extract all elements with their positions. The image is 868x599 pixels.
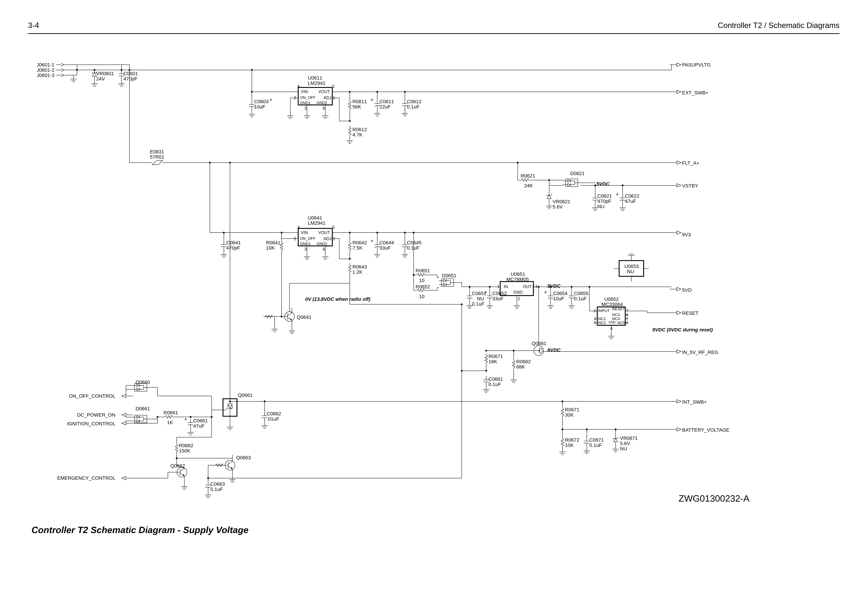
svg-point-137 bbox=[622, 185, 623, 186]
svg-rect-177 bbox=[619, 260, 644, 276]
svg-point-80 bbox=[349, 120, 351, 122]
svg-point-218 bbox=[190, 416, 191, 418]
svg-line-231 bbox=[177, 465, 184, 468]
svg-point-123 bbox=[404, 232, 406, 233]
svg-point-163 bbox=[571, 286, 572, 288]
svg-point-63 bbox=[129, 69, 130, 71]
svg-point-256 bbox=[586, 429, 588, 430]
svg-point-203 bbox=[229, 400, 231, 402]
schematic-svg bbox=[0, 0, 868, 599]
svg-point-155 bbox=[489, 286, 490, 288]
svg-point-107 bbox=[349, 232, 351, 233]
svg-point-153 bbox=[469, 286, 471, 288]
svg-rect-68 bbox=[298, 87, 332, 105]
svg-point-82 bbox=[376, 91, 378, 93]
svg-point-258 bbox=[615, 429, 617, 430]
svg-rect-167 bbox=[597, 307, 625, 325]
svg-point-67 bbox=[251, 91, 253, 93]
svg-point-121 bbox=[376, 232, 378, 233]
svg-rect-156 bbox=[500, 281, 533, 296]
svg-point-241 bbox=[176, 458, 178, 459]
svg-rect-100 bbox=[298, 229, 332, 246]
svg-point-110 bbox=[349, 258, 351, 260]
svg-point-142 bbox=[413, 274, 415, 276]
svg-point-245 bbox=[461, 370, 463, 372]
svg-point-190 bbox=[485, 350, 487, 352]
svg-point-65 bbox=[251, 69, 253, 71]
svg-point-159 bbox=[533, 286, 534, 287]
schematic-page: 3-4 Controller T2 / Schematic Diagrams J… bbox=[0, 0, 868, 599]
svg-point-77 bbox=[349, 91, 351, 93]
svg-point-161 bbox=[550, 286, 551, 288]
